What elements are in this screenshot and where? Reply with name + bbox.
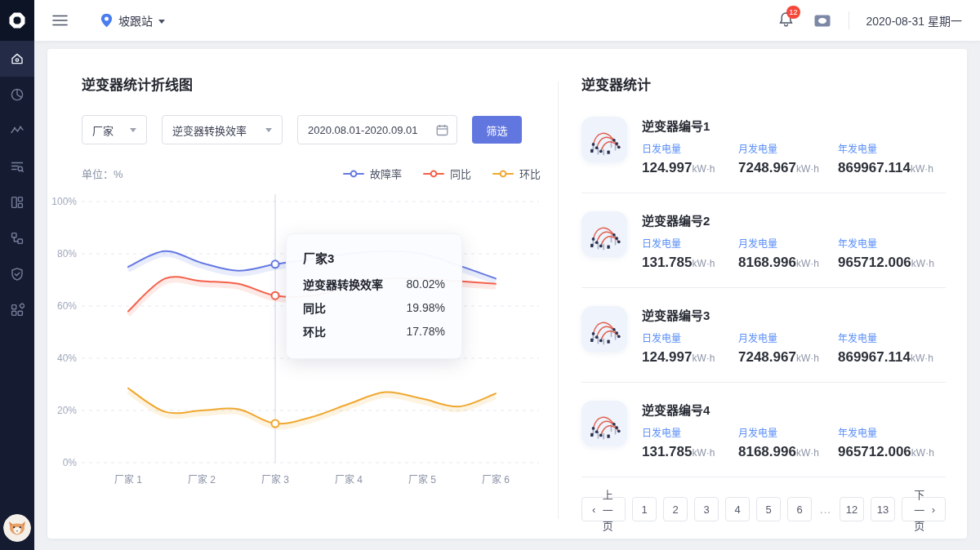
metric-value: 965712.006kW·h [838, 444, 946, 460]
sidebar-item-activity[interactable] [0, 113, 34, 149]
prev-page-button[interactable]: ‹上一页 [581, 497, 626, 521]
inverter-list: 逆变器编号1日发电量124.997kW·h月发电量7248.967kW·h年发电… [581, 99, 946, 477]
chart-header-row: 单位：% 故障率同比环比 [82, 166, 541, 181]
inverter-list-item[interactable]: 逆变器编号4日发电量131.785kW·h月发电量8168.996kW·h年发电… [581, 383, 946, 477]
tooltip-row: 同比 19.98% [303, 299, 445, 316]
content-card: 逆变器统计折线图 厂家 逆变器转换效率 2020.08.01-2020.09.0… [47, 49, 967, 539]
tooltip-value: 19.98% [407, 301, 445, 314]
pagination-ellipsis: ... [818, 503, 833, 516]
sidebar-item-pie-chart[interactable] [0, 77, 34, 113]
page-button-6[interactable]: 6 [787, 497, 812, 521]
dashboard-icon [10, 195, 24, 210]
sidebar-item-shield-check[interactable] [0, 256, 34, 292]
tooltip-label: 环比 [303, 323, 326, 339]
filter-row: 厂家 逆变器转换效率 2020.08.01-2020.09.01 筛选 [82, 115, 558, 144]
page-button-3[interactable]: 3 [694, 497, 719, 521]
y-axis-tick: 0% [44, 457, 77, 468]
inverter-icon-box [581, 401, 627, 446]
legend-item[interactable]: 同比 [423, 166, 471, 181]
page-button-13[interactable]: 13 [871, 497, 895, 521]
x-axis-tick: 厂家 6 [467, 472, 524, 486]
metric: 年发电量965712.006kW·h [838, 236, 946, 271]
notification-badge: 12 [786, 6, 800, 19]
current-date: 2020-08-31 星期一 [866, 12, 962, 29]
inverter-list-item[interactable]: 逆变器编号3日发电量124.997kW·h月发电量7248.967kW·h年发电… [581, 288, 946, 383]
x-axis-tick: 厂家 1 [100, 472, 157, 486]
legend-item[interactable]: 环比 [492, 166, 541, 181]
vendor-select-value: 厂家 [92, 122, 114, 138]
sidebar-item-apps[interactable] [0, 292, 34, 328]
page-button-2[interactable]: 2 [663, 497, 688, 521]
filter-button[interactable]: 筛选 [472, 116, 522, 144]
inverter-icon-box [581, 117, 627, 162]
chart-panel: 逆变器统计折线图 厂家 逆变器转换效率 2020.08.01-2020.09.0… [47, 49, 558, 539]
metric-unit: kW·h [796, 163, 819, 175]
activity-icon [10, 123, 24, 138]
page-button-5[interactable]: 5 [756, 497, 781, 521]
chevron-down-icon [130, 128, 136, 132]
vendor-select[interactable]: 厂家 [82, 115, 147, 144]
shield-check-icon [10, 267, 24, 282]
metric-unit: kW·h [692, 447, 715, 459]
next-page-button[interactable]: 下一页› [902, 497, 946, 521]
metric: 月发电量8168.996kW·h [738, 425, 838, 460]
sidebar-item-home[interactable] [0, 41, 34, 77]
page-button-1[interactable]: 1 [632, 497, 657, 521]
user-avatar[interactable] [3, 514, 31, 542]
sidebar-item-dashboard[interactable] [0, 184, 34, 220]
legend-line-icon [423, 170, 444, 178]
metric-value: 7248.967kW·h [738, 349, 838, 366]
notifications-button[interactable]: 12 [779, 11, 793, 30]
metric-label: 日发电量 [642, 425, 738, 439]
inverter-name: 逆变器编号2 [642, 211, 946, 228]
metric-value: 869967.114kW·h [838, 349, 946, 366]
station-name: 坡跟站 [118, 12, 153, 29]
sidebar-item-topology[interactable] [0, 220, 34, 256]
tooltip-row: 逆变器转换效率 80.02% [303, 276, 445, 292]
page-button-4[interactable]: 4 [725, 497, 750, 521]
tooltip-label: 逆变器转换效率 [303, 276, 383, 292]
metric-label: 年发电量 [838, 141, 946, 155]
metric-unit: kW·h [911, 353, 933, 364]
sidebar-item-list-search[interactable] [0, 149, 34, 184]
metric: 日发电量124.997kW·h [642, 330, 738, 366]
menu-collapse-button[interactable] [52, 14, 68, 27]
station-selector[interactable]: 坡跟站 [100, 12, 165, 29]
chart-tooltip: 厂家3 逆变器转换效率 80.02% 同比 19.98% 环比 17.78% [286, 233, 462, 359]
tooltip-title: 厂家3 [303, 249, 445, 266]
metric: 日发电量131.785kW·h [642, 425, 738, 460]
home-icon [10, 51, 24, 66]
tooltip-label: 同比 [303, 299, 326, 316]
screen-button[interactable] [814, 15, 831, 27]
list-search-icon [10, 159, 24, 174]
inverter-list-item[interactable]: 逆变器编号1日发电量124.997kW·h月发电量7248.967kW·h年发电… [581, 99, 946, 193]
legend-label: 同比 [450, 166, 471, 181]
topbar: 坡跟站 12 2020-08-31 星期一 [34, 0, 980, 41]
app-logo[interactable] [0, 0, 34, 41]
metric-label: 年发电量 [838, 236, 946, 250]
metric-value: 8168.996kW·h [738, 255, 838, 271]
metric-unit: kW·h [796, 447, 819, 459]
inverter-name: 逆变器编号4 [642, 401, 946, 418]
inverter-3d-icon [586, 216, 622, 252]
legend-item[interactable]: 故障率 [343, 166, 402, 181]
metric-label: 月发电量 [738, 330, 838, 344]
inverter-3d-icon [586, 311, 622, 347]
metric-unit: kW·h [692, 258, 715, 269]
tooltip-value: 17.78% [407, 325, 445, 338]
calendar-icon [436, 124, 448, 136]
inverter-panel-title: 逆变器统计 [581, 73, 946, 94]
metric-value: 124.997kW·h [642, 160, 738, 176]
octagon-logo-icon [8, 11, 26, 29]
line-chart[interactable]: 厂家3 逆变器转换效率 80.02% 同比 19.98% 环比 17.78% 1… [82, 191, 539, 501]
metric: 日发电量124.997kW·h [642, 141, 738, 176]
date-range-input[interactable]: 2020.08.01-2020.09.01 [297, 115, 457, 144]
metric-select[interactable]: 逆变器转换效率 [162, 115, 283, 144]
inverter-list-item[interactable]: 逆变器编号2日发电量131.785kW·h月发电量8168.996kW·h年发电… [581, 193, 946, 288]
monitor-icon [814, 15, 831, 27]
metric: 年发电量869967.114kW·h [838, 330, 946, 366]
tooltip-row: 环比 17.78% [303, 323, 445, 339]
apps-icon [10, 303, 24, 317]
page-button-12[interactable]: 12 [840, 497, 864, 521]
metric: 月发电量7248.967kW·h [738, 141, 838, 176]
